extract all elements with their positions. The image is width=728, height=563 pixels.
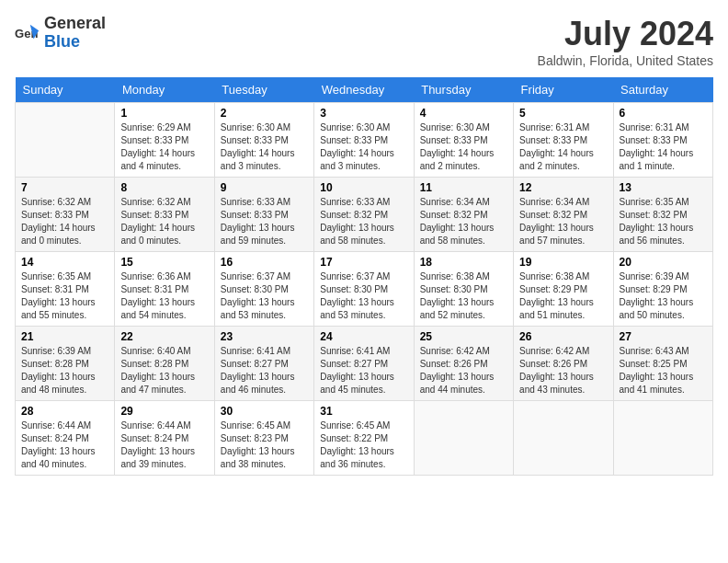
day-info: Sunrise: 6:34 AM Sunset: 8:32 PM Dayligh… [519, 196, 607, 247]
calendar-cell: 6Sunrise: 6:31 AM Sunset: 8:33 PM Daylig… [613, 103, 712, 178]
page-header: Gen General Blue July 2024 Baldwin, Flor… [15, 15, 713, 68]
day-number: 13 [620, 181, 707, 194]
calendar-cell: 2Sunrise: 6:30 AM Sunset: 8:33 PM Daylig… [214, 103, 313, 178]
day-number: 5 [519, 107, 607, 120]
day-number: 30 [221, 405, 308, 418]
calendar-week-2: 7Sunrise: 6:32 AM Sunset: 8:33 PM Daylig… [16, 178, 713, 252]
day-number: 4 [420, 107, 507, 120]
day-number: 12 [519, 181, 607, 194]
day-info: Sunrise: 6:43 AM Sunset: 8:25 PM Dayligh… [620, 345, 707, 396]
day-number: 6 [620, 107, 707, 120]
title-block: July 2024 Baldwin, Florida, United State… [538, 15, 713, 68]
day-info: Sunrise: 6:42 AM Sunset: 8:26 PM Dayligh… [420, 345, 507, 396]
calendar-cell: 12Sunrise: 6:34 AM Sunset: 8:32 PM Dayli… [514, 178, 613, 252]
day-info: Sunrise: 6:33 AM Sunset: 8:32 PM Dayligh… [320, 196, 407, 247]
calendar-cell: 19Sunrise: 6:38 AM Sunset: 8:29 PM Dayli… [514, 252, 613, 327]
calendar-cell: 15Sunrise: 6:36 AM Sunset: 8:31 PM Dayli… [115, 252, 214, 327]
day-info: Sunrise: 6:33 AM Sunset: 8:33 PM Dayligh… [221, 196, 308, 247]
calendar-cell: 14Sunrise: 6:35 AM Sunset: 8:31 PM Dayli… [16, 252, 115, 327]
calendar-cell: 11Sunrise: 6:34 AM Sunset: 8:32 PM Dayli… [414, 178, 513, 252]
day-number: 11 [420, 181, 507, 194]
day-number: 18 [420, 256, 507, 269]
calendar-cell: 10Sunrise: 6:33 AM Sunset: 8:32 PM Dayli… [314, 178, 414, 252]
day-number: 22 [120, 330, 208, 343]
day-number: 3 [320, 107, 407, 120]
calendar-cell [514, 401, 613, 476]
day-number: 19 [519, 256, 607, 269]
day-info: Sunrise: 6:39 AM Sunset: 8:29 PM Dayligh… [620, 270, 707, 322]
column-headers: SundayMondayTuesdayWednesdayThursdayFrid… [16, 77, 713, 103]
column-header-thursday: Thursday [414, 77, 513, 103]
calendar-cell: 4Sunrise: 6:30 AM Sunset: 8:33 PM Daylig… [414, 103, 513, 178]
day-number: 2 [221, 107, 308, 120]
calendar-table: SundayMondayTuesdayWednesdayThursdayFrid… [15, 77, 713, 476]
column-header-sunday: Sunday [16, 77, 115, 103]
calendar-week-3: 14Sunrise: 6:35 AM Sunset: 8:31 PM Dayli… [16, 252, 713, 327]
day-info: Sunrise: 6:32 AM Sunset: 8:33 PM Dayligh… [21, 196, 108, 247]
day-number: 16 [221, 256, 308, 269]
calendar-cell [414, 401, 513, 476]
calendar-cell: 27Sunrise: 6:43 AM Sunset: 8:25 PM Dayli… [613, 327, 712, 401]
day-number: 26 [519, 330, 607, 343]
day-info: Sunrise: 6:41 AM Sunset: 8:27 PM Dayligh… [320, 345, 407, 396]
calendar-cell: 25Sunrise: 6:42 AM Sunset: 8:26 PM Dayli… [414, 327, 513, 401]
day-info: Sunrise: 6:35 AM Sunset: 8:31 PM Dayligh… [21, 270, 108, 322]
calendar-week-1: 1Sunrise: 6:29 AM Sunset: 8:33 PM Daylig… [16, 103, 713, 178]
day-number: 9 [221, 181, 308, 194]
day-number: 1 [120, 107, 208, 120]
calendar-cell: 17Sunrise: 6:37 AM Sunset: 8:30 PM Dayli… [314, 252, 414, 327]
day-number: 21 [21, 330, 108, 343]
day-info: Sunrise: 6:31 AM Sunset: 8:33 PM Dayligh… [620, 121, 707, 173]
calendar-cell: 30Sunrise: 6:45 AM Sunset: 8:23 PM Dayli… [214, 401, 313, 476]
day-number: 27 [620, 330, 707, 343]
day-info: Sunrise: 6:29 AM Sunset: 8:33 PM Dayligh… [120, 121, 208, 173]
calendar-cell [16, 103, 115, 178]
day-number: 14 [21, 256, 108, 269]
day-info: Sunrise: 6:39 AM Sunset: 8:28 PM Dayligh… [21, 345, 108, 396]
day-number: 10 [320, 181, 407, 194]
calendar-cell: 21Sunrise: 6:39 AM Sunset: 8:28 PM Dayli… [16, 327, 115, 401]
day-info: Sunrise: 6:36 AM Sunset: 8:31 PM Dayligh… [120, 270, 208, 322]
calendar-cell: 3Sunrise: 6:30 AM Sunset: 8:33 PM Daylig… [314, 103, 414, 178]
day-info: Sunrise: 6:45 AM Sunset: 8:23 PM Dayligh… [221, 419, 308, 471]
calendar-cell [613, 401, 712, 476]
logo: Gen General Blue [15, 15, 106, 52]
day-info: Sunrise: 6:38 AM Sunset: 8:29 PM Dayligh… [519, 270, 607, 322]
day-number: 29 [120, 405, 208, 418]
calendar-cell: 20Sunrise: 6:39 AM Sunset: 8:29 PM Dayli… [613, 252, 712, 327]
column-header-wednesday: Wednesday [314, 77, 414, 103]
calendar-week-5: 28Sunrise: 6:44 AM Sunset: 8:24 PM Dayli… [16, 401, 713, 476]
day-info: Sunrise: 6:45 AM Sunset: 8:22 PM Dayligh… [320, 419, 407, 471]
location-subtitle: Baldwin, Florida, United States [538, 53, 713, 68]
day-info: Sunrise: 6:37 AM Sunset: 8:30 PM Dayligh… [221, 270, 308, 322]
column-header-tuesday: Tuesday [214, 77, 313, 103]
day-info: Sunrise: 6:30 AM Sunset: 8:33 PM Dayligh… [320, 121, 407, 173]
day-number: 23 [221, 330, 308, 343]
logo-text-general: General [44, 15, 106, 33]
day-number: 31 [320, 405, 407, 418]
calendar-cell: 18Sunrise: 6:38 AM Sunset: 8:30 PM Dayli… [414, 252, 513, 327]
day-info: Sunrise: 6:30 AM Sunset: 8:33 PM Dayligh… [221, 121, 308, 173]
calendar-week-4: 21Sunrise: 6:39 AM Sunset: 8:28 PM Dayli… [16, 327, 713, 401]
day-info: Sunrise: 6:40 AM Sunset: 8:28 PM Dayligh… [120, 345, 208, 396]
day-number: 20 [620, 256, 707, 269]
calendar-cell: 28Sunrise: 6:44 AM Sunset: 8:24 PM Dayli… [16, 401, 115, 476]
calendar-cell: 26Sunrise: 6:42 AM Sunset: 8:26 PM Dayli… [514, 327, 613, 401]
column-header-saturday: Saturday [613, 77, 712, 103]
day-info: Sunrise: 6:32 AM Sunset: 8:33 PM Dayligh… [120, 196, 208, 247]
calendar-cell: 7Sunrise: 6:32 AM Sunset: 8:33 PM Daylig… [16, 178, 115, 252]
day-number: 25 [420, 330, 507, 343]
day-number: 8 [120, 181, 208, 194]
day-info: Sunrise: 6:31 AM Sunset: 8:33 PM Dayligh… [519, 121, 607, 173]
calendar-cell: 31Sunrise: 6:45 AM Sunset: 8:22 PM Dayli… [314, 401, 414, 476]
calendar-cell: 22Sunrise: 6:40 AM Sunset: 8:28 PM Dayli… [115, 327, 214, 401]
calendar-cell: 23Sunrise: 6:41 AM Sunset: 8:27 PM Dayli… [214, 327, 313, 401]
calendar-cell: 5Sunrise: 6:31 AM Sunset: 8:33 PM Daylig… [514, 103, 613, 178]
day-info: Sunrise: 6:30 AM Sunset: 8:33 PM Dayligh… [420, 121, 507, 173]
day-info: Sunrise: 6:38 AM Sunset: 8:30 PM Dayligh… [420, 270, 507, 322]
day-number: 7 [21, 181, 108, 194]
day-info: Sunrise: 6:44 AM Sunset: 8:24 PM Dayligh… [21, 419, 108, 471]
calendar-cell: 16Sunrise: 6:37 AM Sunset: 8:30 PM Dayli… [214, 252, 313, 327]
day-number: 24 [320, 330, 407, 343]
column-header-friday: Friday [514, 77, 613, 103]
